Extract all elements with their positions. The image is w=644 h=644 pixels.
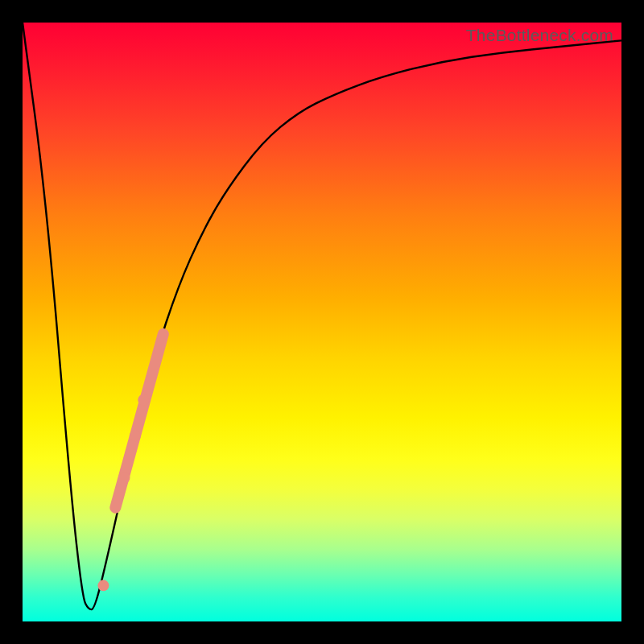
marker-dot: [97, 580, 109, 591]
marker-dot: [138, 394, 149, 406]
curve-layer: [23, 23, 621, 621]
marker-dot: [130, 430, 141, 441]
marker-dot: [118, 472, 130, 483]
plot-area: TheBottleneck.com: [23, 23, 621, 621]
main-curve: [23, 23, 621, 609]
chart-frame: TheBottleneck.com: [0, 0, 644, 644]
